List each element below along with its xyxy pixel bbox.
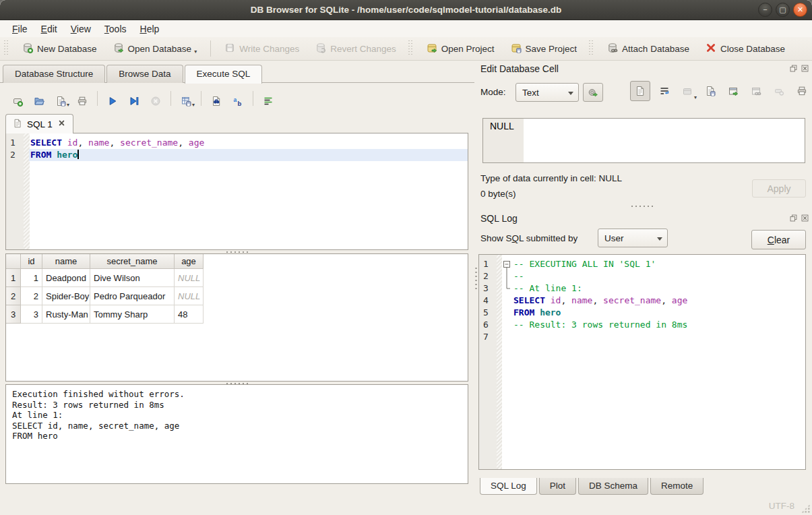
float-dock-icon[interactable] <box>788 63 798 73</box>
import-data-icon[interactable]: ▾ <box>679 82 696 100</box>
menu-tools[interactable]: Tools <box>98 22 133 36</box>
chevron-down-icon <box>568 92 573 98</box>
sql-doc-icon <box>13 119 22 130</box>
menu-edit[interactable]: Edit <box>34 22 64 36</box>
toolbar-separator <box>210 40 211 57</box>
fold-marker <box>502 282 512 295</box>
column-header-id[interactable]: id <box>21 254 42 269</box>
vertical-splitter[interactable] <box>474 61 478 494</box>
table-cell[interactable]: Rusty-Man <box>42 305 90 324</box>
titlebar[interactable]: DB Browser for SQLite - /home/user/code/… <box>0 0 812 20</box>
replace-icon[interactable]: ab <box>230 90 246 107</box>
maximize-button[interactable]: ▢ <box>776 3 790 17</box>
column-header-age[interactable]: age <box>175 254 204 269</box>
set-null-icon[interactable] <box>770 82 788 100</box>
mode-select[interactable]: Text <box>516 83 579 102</box>
text-mode-icon[interactable] <box>630 81 650 101</box>
open-sql-file-icon[interactable] <box>31 90 47 107</box>
resize-grip[interactable] <box>801 504 810 513</box>
word-wrap-icon[interactable] <box>656 82 673 100</box>
table-cell[interactable]: Deadpond <box>42 269 90 287</box>
splitter-grip <box>475 266 477 291</box>
table-cell[interactable]: Pedro Parqueador <box>90 287 175 305</box>
code-line: 5FROM hero <box>479 307 805 319</box>
float-dock-icon[interactable] <box>788 213 798 222</box>
toolbar-handle[interactable] <box>4 40 8 57</box>
close-tab-icon[interactable] <box>57 119 66 129</box>
dock-tab-remote[interactable]: Remote <box>650 478 704 495</box>
stop-icon[interactable] <box>148 90 164 107</box>
row-header[interactable]: 2 <box>6 287 21 305</box>
toolbar-handle[interactable] <box>589 40 593 57</box>
db-open-button[interactable]: Open Database▾ <box>105 40 206 58</box>
table-cell[interactable]: NULL <box>175 269 204 287</box>
table-cell[interactable]: 3 <box>21 305 42 324</box>
db-close-button[interactable]: Close Database <box>697 40 793 58</box>
dropdown-arrow-icon[interactable]: ▾ <box>67 102 69 109</box>
sql-editor[interactable]: 1SELECT id, name, secret_name, age2FROM … <box>5 133 468 250</box>
tab-database-structure[interactable]: Database Structure <box>3 65 105 83</box>
save-results-icon[interactable]: ▾ <box>178 90 194 107</box>
tab-execute-sql[interactable]: Execute SQL <box>185 65 263 84</box>
app-window: DB Browser for SQLite - /home/user/code/… <box>0 0 812 515</box>
revert-changes-button[interactable]: Revert Changes <box>307 40 404 58</box>
new-tab-icon[interactable] <box>9 90 26 107</box>
auto-apply-button[interactable] <box>583 83 603 102</box>
find-icon[interactable] <box>208 90 224 107</box>
column-header-name[interactable]: name <box>42 254 90 269</box>
format-sql-icon[interactable] <box>260 90 276 107</box>
fold-marker[interactable] <box>502 258 512 270</box>
write-changes-button[interactable]: Write Changes <box>216 40 307 58</box>
execute-sql-pane: Database StructureBrowse DataExecute SQL… <box>0 61 474 494</box>
table-cell[interactable]: Spider-Boy <box>42 287 90 305</box>
copy-link-icon[interactable] <box>747 82 765 100</box>
table-cell[interactable]: 2 <box>21 287 42 305</box>
row-header[interactable]: 1 <box>6 269 21 287</box>
dropdown-arrow-icon[interactable]: ▾ <box>694 94 697 101</box>
db-attach-button[interactable]: Attach Database <box>599 40 697 58</box>
splitter-handle[interactable] <box>225 251 249 253</box>
results-table[interactable]: idnamesecret_nameage11DeadpondDive Wilso… <box>5 253 468 382</box>
row-header[interactable]: 3 <box>6 305 21 324</box>
sql-log-view[interactable]: 1-- EXECUTING ALL IN 'SQL 1'2--3-- At li… <box>478 254 806 470</box>
project-save-button[interactable]: Save Project <box>503 40 586 58</box>
execute-line-icon[interactable] <box>126 90 142 107</box>
execute-all-icon[interactable] <box>104 90 121 107</box>
dock-tab-sql-log[interactable]: SQL Log <box>480 478 537 495</box>
minimize-button[interactable]: − <box>758 3 772 17</box>
menu-help[interactable]: Help <box>133 22 166 36</box>
tab-browse-data[interactable]: Browse Data <box>106 65 183 83</box>
table-cell[interactable]: Dive Wilson <box>90 269 175 287</box>
sql-editor-toolbar: ▾▾ab <box>7 88 279 109</box>
project-open-button[interactable]: Open Project <box>418 40 503 58</box>
export-data-icon[interactable] <box>701 82 719 100</box>
sql-file-tab[interactable]: SQL 1 <box>5 114 73 133</box>
dock-tab-db-schema[interactable]: DB Schema <box>578 478 648 495</box>
dropdown-arrow-icon[interactable]: ▾ <box>194 49 197 55</box>
column-header-secret_name[interactable]: secret_name <box>90 254 175 269</box>
log-filter-select[interactable]: User <box>598 229 668 247</box>
db-new-button[interactable]: New Database <box>14 40 105 58</box>
message-line: At line 1: <box>12 410 462 421</box>
table-cell[interactable]: Tommy Sharp <box>90 305 175 324</box>
table-cell[interactable]: NULL <box>175 287 204 305</box>
print-icon[interactable] <box>74 90 90 107</box>
close-dock-icon[interactable] <box>800 213 809 222</box>
open-in-app-icon[interactable] <box>724 82 742 100</box>
splitter-handle[interactable] <box>630 205 654 208</box>
clear-log-button[interactable]: Clear <box>751 230 806 249</box>
close-button[interactable]: ✕ <box>793 3 807 17</box>
toolbar-handle[interactable] <box>408 40 412 57</box>
print-cell-icon[interactable] <box>793 82 811 100</box>
save-sql-file-icon[interactable]: ▾ <box>53 90 69 107</box>
table-cell[interactable]: 48 <box>175 305 204 324</box>
menu-view[interactable]: View <box>64 22 98 36</box>
table-corner[interactable] <box>6 254 21 269</box>
apply-button[interactable]: Apply <box>752 179 806 198</box>
close-dock-icon[interactable] <box>800 63 809 73</box>
dropdown-arrow-icon[interactable]: ▾ <box>192 102 195 109</box>
cell-value-editor[interactable]: NULL <box>482 118 805 163</box>
dock-tab-plot[interactable]: Plot <box>539 478 576 495</box>
table-cell[interactable]: 1 <box>21 269 42 287</box>
menu-file[interactable]: File <box>5 22 34 36</box>
